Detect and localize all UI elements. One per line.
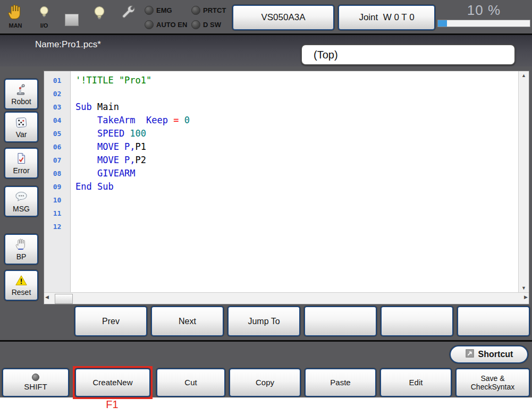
sidebar-button-reset[interactable]: Reset: [4, 270, 38, 301]
lamp-indicator: [91, 4, 107, 25]
horizontal-scroll-thumb[interactable]: [55, 294, 73, 304]
code-line: [75, 87, 518, 100]
function-button-slot: Paste: [305, 368, 376, 397]
line-number: 03: [44, 100, 70, 114]
highlighted-button-frame: CreateNew: [73, 366, 153, 399]
hand-icon: [7, 4, 24, 23]
function-button-label: Edit: [409, 378, 423, 387]
manual-mode-indicator: MAN: [7, 4, 24, 29]
function-button-edit[interactable]: Edit: [380, 368, 452, 397]
main-area: Robot Var Error MSG BP Reset 01020304050…: [0, 66, 532, 304]
code-line: TakeArm Keep = 0: [75, 114, 518, 127]
code-line: [75, 193, 518, 207]
robot-arm-icon: [14, 82, 28, 98]
scroll-right-icon[interactable]: ▶: [524, 294, 528, 300]
function-button-label: Cut: [184, 378, 197, 387]
line-number: 07: [44, 154, 70, 167]
error-document-icon: [15, 151, 28, 167]
scope-indicator-box: (Top): [301, 44, 516, 65]
horizontal-scrollbar[interactable]: ◀ ▶: [44, 292, 529, 304]
nav-button-blank-4[interactable]: [304, 306, 377, 336]
function-button-label: Paste: [330, 378, 350, 387]
sidebar-button-error[interactable]: Error: [4, 148, 38, 179]
scroll-up-icon[interactable]: ▲: [519, 71, 529, 80]
code-line: SPEED 100: [75, 127, 518, 140]
line-number: 04: [44, 114, 70, 127]
line-number: 11: [44, 207, 70, 220]
function-button-slot: Copy: [229, 368, 301, 397]
shift-led-icon: [32, 374, 39, 381]
shortcut-button[interactable]: Shortcut: [450, 345, 528, 363]
code-line: GIVEARM: [75, 167, 518, 180]
sidebar-label: Error: [13, 166, 29, 175]
scroll-left-icon[interactable]: ◀: [45, 294, 49, 300]
nav-button-prev[interactable]: Prev: [74, 306, 147, 336]
function-button-shift[interactable]: SHIFT: [2, 368, 69, 397]
line-number: 06: [44, 140, 70, 154]
indicator-d-sw: D SW: [191, 20, 226, 29]
code-line: MOVE P,P2: [75, 154, 518, 167]
warning-triangle-icon: [14, 274, 29, 289]
line-number: 01: [44, 74, 70, 87]
function-button-slot: Cut: [156, 368, 225, 397]
shortcut-icon: [465, 349, 475, 360]
line-number: 12: [44, 220, 70, 233]
nav-button-row: PrevNextJump To: [74, 306, 530, 336]
message-bubble-icon: [14, 190, 29, 205]
sidebar-button-msg[interactable]: MSG: [4, 186, 38, 217]
sidebar-button-robot[interactable]: Robot: [4, 79, 38, 109]
function-button-paste[interactable]: Paste: [305, 368, 376, 397]
io-monitor-indicator: I/O: [37, 4, 51, 29]
nav-button-next[interactable]: Next: [151, 306, 224, 336]
indicator-auto-en: AUTO EN: [145, 20, 191, 29]
speed-progress-fill: [438, 20, 447, 27]
program-name-label: Name:Pro1.pcs*: [35, 39, 101, 50]
indicator-emg: EMG: [145, 6, 191, 15]
vertical-scrollbar[interactable]: ▲ ▼: [518, 71, 529, 292]
nav-button-blank-6[interactable]: [457, 306, 530, 336]
speed-progress-bar: [437, 20, 530, 27]
function-bar: Shortcut SHIFTCreateNewCutCopyPasteEditS…: [0, 340, 532, 397]
nav-row: PrevNextJump To: [0, 304, 532, 340]
top-toolbar: MAN I/O EMG PRTCT AUTO EN D SW: [0, 0, 532, 33]
sidebar-button-bp[interactable]: BP: [4, 234, 38, 265]
program-title-bar: Name:Pro1.pcs* (Top): [0, 33, 532, 66]
sidebar-label: Reset: [12, 288, 31, 297]
function-button-createnew[interactable]: CreateNew: [75, 368, 150, 397]
wrench-icon: [120, 3, 137, 26]
function-button-label: SHIFT: [24, 382, 47, 391]
code-line: [75, 220, 518, 233]
io-lamp-icon: [37, 4, 51, 23]
joint-mode-button[interactable]: Joint W 0 T 0: [338, 5, 435, 30]
code-editor[interactable]: 010203040506070809101112 '!TITLE "Pro1"S…: [44, 71, 529, 304]
nav-button-jump-to[interactable]: Jump To: [227, 306, 300, 336]
io-label: I/O: [40, 22, 48, 29]
indicator-prtct: PRTCT: [191, 6, 226, 15]
sidebar-button-var[interactable]: Var: [4, 112, 38, 142]
stop-lamp-icon: [65, 14, 79, 26]
code-line: [75, 207, 518, 220]
robot-model-button[interactable]: VS050A3A: [232, 5, 334, 30]
scope-label: (Top): [314, 49, 338, 61]
speed-display: 10 %: [437, 2, 530, 27]
function-button-slot: SHIFT: [2, 368, 69, 397]
function-button-copy[interactable]: Copy: [229, 368, 301, 397]
line-number: 02: [44, 87, 70, 100]
function-button-label: CreateNew: [92, 378, 132, 387]
function-button-label: Copy: [256, 378, 274, 387]
line-number: 10: [44, 193, 70, 207]
function-button-savechecksyntax[interactable]: Save &CheckSyntax: [455, 368, 530, 397]
d-sw-led-icon: [191, 20, 200, 29]
scroll-down-icon[interactable]: ▼: [519, 284, 529, 292]
line-number: 09: [44, 180, 70, 193]
sidebar-label: Robot: [11, 97, 31, 106]
fkey-f1-label: F1: [72, 399, 152, 411]
code-lines[interactable]: '!TITLE "Pro1"Sub Main TakeArm Keep = 0 …: [71, 71, 518, 292]
code-line: Sub Main: [75, 100, 518, 114]
function-button-cut[interactable]: Cut: [156, 368, 225, 397]
function-button-row: SHIFTCreateNewCutCopyPasteEditSave &Chec…: [0, 366, 532, 399]
line-number: 08: [44, 167, 70, 180]
nav-button-blank-5[interactable]: [381, 306, 453, 336]
dice-icon: [14, 115, 28, 131]
code-line: MOVE P,P1: [75, 140, 518, 154]
